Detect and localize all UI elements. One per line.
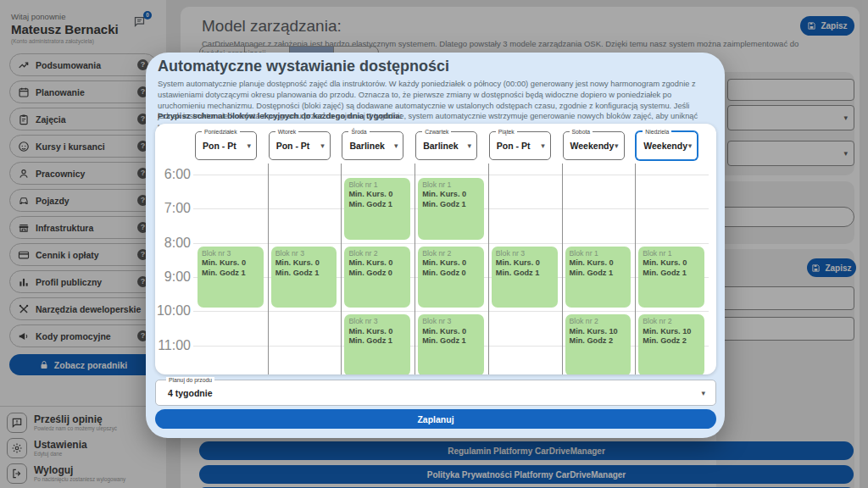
block-min-courses: Min. Kurs. 0	[496, 258, 554, 269]
block-min-hours: Min. Godz 1	[202, 269, 259, 279]
hour-gridline	[193, 311, 709, 312]
block-title: Blok nr 3	[348, 317, 406, 326]
time-label: 9:00	[155, 269, 191, 285]
hour-gridline	[193, 175, 709, 175]
block-min-courses: Min. Kurs. 10	[643, 327, 700, 337]
block-min-hours: Min. Godz 1	[570, 269, 627, 279]
schedule-block[interactable]: Blok nr 2Min. Kurs. 10Min. Godz 2	[565, 314, 632, 374]
block-min-courses: Min. Kurs. 0	[348, 258, 406, 269]
block-min-hours: Min. Godz 1	[422, 336, 480, 347]
assign-schema-label: Przypisz schemat bloków lekcyjnych do ka…	[158, 111, 403, 120]
block-min-hours: Min. Godz 1	[275, 269, 333, 279]
plan-ahead-value: 4 tygodnie	[168, 388, 213, 398]
day-schema-select-6[interactable]: SobotaWeekendy▾	[563, 131, 625, 160]
block-title: Blok nr 3	[275, 249, 333, 258]
block-title: Blok nr 1	[348, 180, 406, 190]
block-title: Blok nr 3	[422, 317, 480, 326]
day-label: Poniedziałek	[202, 129, 240, 135]
selected-schema: Pon - Pt	[203, 141, 236, 151]
schedule-block[interactable]: Blok nr 2Min. Kurs. 10Min. Godz 2	[638, 314, 704, 374]
chevron-down-icon: ▾	[247, 141, 251, 150]
block-min-courses: Min. Kurs. 0	[348, 190, 406, 200]
schedule-grid: 6:007:008:009:0010:0011:00PoniedziałekPo…	[155, 124, 716, 374]
day-schema-select-3[interactable]: ŚrodaBarlinek▾	[342, 131, 403, 160]
block-min-hours: Min. Godz 1	[348, 200, 406, 210]
schedule-block[interactable]: Blok nr 1Min. Kurs. 0Min. Godz 1	[638, 247, 704, 308]
block-min-courses: Min. Kurs. 0	[348, 327, 406, 337]
modal-title: Automatyczne wystawianie dostępności	[158, 58, 449, 75]
chevron-down-icon: ▾	[688, 141, 693, 150]
time-label: 6:00	[155, 167, 191, 182]
time-label: 10:00	[155, 303, 191, 319]
day-label: Sobota	[570, 129, 593, 135]
block-min-courses: Min. Kurs. 10	[570, 327, 627, 337]
schedule-block[interactable]: Blok nr 3Min. Kurs. 0Min. Godz 1	[271, 247, 337, 308]
chevron-down-icon: ▾	[468, 141, 472, 150]
selected-schema: Pon - Pt	[276, 141, 310, 151]
day-schema-select-1[interactable]: PoniedziałekPon - Pt▾	[195, 131, 257, 160]
selected-schema: Barlinek	[423, 141, 458, 151]
column-divider	[635, 164, 636, 374]
schedule-block[interactable]: Blok nr 1Min. Kurs. 0Min. Godz 1	[565, 247, 632, 308]
chevron-down-icon: ▾	[701, 389, 705, 397]
schedule-block[interactable]: Blok nr 1Min. Kurs. 0Min. Godz 1	[418, 178, 484, 240]
block-min-courses: Min. Kurs. 0	[422, 258, 480, 269]
plan-ahead-select[interactable]: Planuj do przodu 4 tygodnie ▾	[155, 380, 716, 406]
block-title: Blok nr 3	[202, 249, 259, 258]
block-min-hours: Min. Godz 1	[422, 200, 480, 210]
block-title: Blok nr 2	[348, 249, 406, 258]
block-min-courses: Min. Kurs. 0	[570, 258, 627, 269]
block-min-hours: Min. Godz 0	[422, 269, 480, 279]
schedule-block[interactable]: Blok nr 3Min. Kurs. 0Min. Godz 1	[492, 247, 558, 308]
block-min-courses: Min. Kurs. 0	[202, 258, 259, 269]
block-title: Blok nr 2	[570, 317, 627, 326]
block-title: Blok nr 1	[422, 180, 480, 190]
day-label: Środa	[348, 129, 369, 135]
block-min-courses: Min. Kurs. 0	[422, 190, 480, 200]
day-schema-select-2[interactable]: WtorekPon - Pt▾	[269, 131, 331, 160]
selected-schema: Pon - Pt	[497, 141, 531, 151]
selected-schema: Weekendy	[570, 141, 615, 151]
availability-modal: Automatyczne wystawianie dostępności Sys…	[146, 53, 725, 438]
block-min-hours: Min. Godz 0	[348, 269, 406, 279]
block-min-hours: Min. Godz 1	[643, 269, 700, 279]
block-title: Blok nr 3	[496, 249, 554, 258]
day-label: Wtorek	[275, 129, 299, 135]
schedule-block[interactable]: Blok nr 1Min. Kurs. 0Min. Godz 1	[344, 178, 410, 240]
column-divider	[562, 164, 563, 374]
schedule-block[interactable]: Blok nr 3Min. Kurs. 0Min. Godz 1	[344, 314, 410, 374]
day-schema-select-4[interactable]: CzwartekBarlinek▾	[415, 131, 477, 160]
day-label: Niedziela	[643, 129, 671, 135]
day-label: Czwartek	[422, 129, 451, 135]
column-divider	[415, 164, 415, 374]
schedule-block[interactable]: Blok nr 2Min. Kurs. 0Min. Godz 0	[418, 247, 484, 308]
column-divider	[488, 164, 489, 374]
block-min-hours: Min. Godz 1	[496, 269, 554, 279]
schedule-block[interactable]: Blok nr 3Min. Kurs. 0Min. Godz 1	[418, 314, 484, 374]
time-label: 7:00	[155, 201, 191, 216]
block-min-hours: Min. Godz 1	[348, 336, 406, 347]
block-title: Blok nr 1	[643, 249, 700, 258]
time-label: 8:00	[155, 236, 191, 251]
block-title: Blok nr 2	[643, 317, 700, 326]
block-min-hours: Min. Godz 2	[570, 336, 627, 347]
chevron-down-icon: ▾	[541, 141, 545, 150]
schedule-button[interactable]: Zaplanuj	[155, 409, 716, 429]
time-label: 11:00	[155, 338, 191, 353]
block-min-hours: Min. Godz 2	[643, 336, 700, 347]
column-divider	[341, 164, 342, 374]
block-min-courses: Min. Kurs. 0	[422, 327, 480, 337]
weekly-schedule-card: 6:007:008:009:0010:0011:00PoniedziałekPo…	[155, 124, 716, 374]
chevron-down-icon: ▾	[320, 141, 325, 150]
column-divider	[268, 164, 269, 374]
day-schema-select-7[interactable]: NiedzielaWeekendy▾	[636, 131, 698, 160]
block-min-courses: Min. Kurs. 0	[643, 258, 700, 269]
selected-schema: Weekendy	[643, 141, 687, 151]
day-schema-select-5[interactable]: PiątekPon - Pt▾	[489, 131, 551, 160]
schedule-block[interactable]: Blok nr 2Min. Kurs. 0Min. Godz 0	[344, 247, 410, 308]
schedule-block[interactable]: Blok nr 3Min. Kurs. 0Min. Godz 1	[198, 247, 264, 308]
plan-ahead-label: Planuj do przodu	[166, 377, 214, 383]
hour-gridline	[193, 243, 709, 244]
block-title: Blok nr 2	[422, 249, 480, 258]
chevron-down-icon: ▾	[615, 141, 619, 150]
